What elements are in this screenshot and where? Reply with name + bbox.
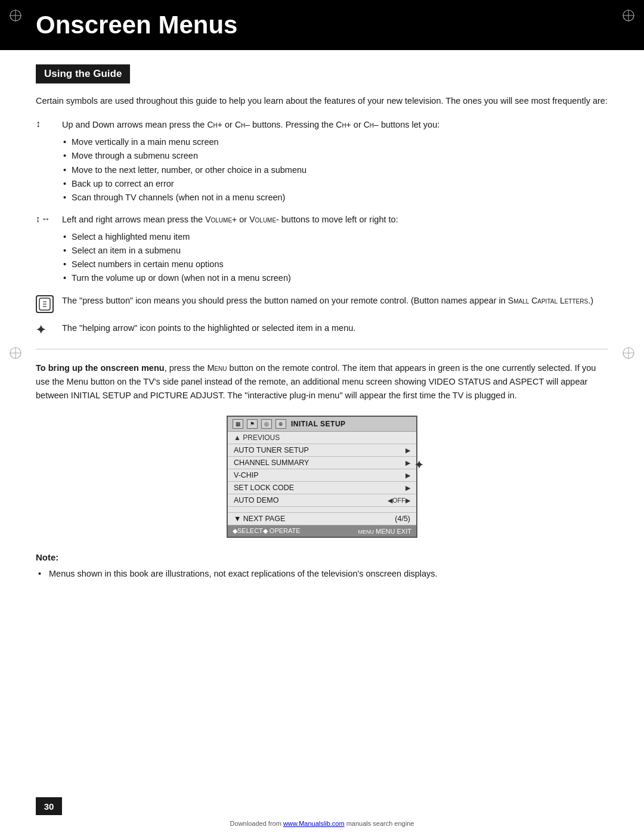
- menu-exit-text: MENU EXIT: [376, 528, 411, 535]
- press-button-item: The "press button" icon means you should…: [36, 294, 608, 313]
- bullet-item: Select numbers in certain menu options: [63, 258, 608, 271]
- note-bullets: Menus shown in this book are illustratio…: [38, 567, 608, 581]
- helping-arrow-icon: ✦: [36, 321, 62, 337]
- footer-suffix: manuals search engine: [345, 820, 414, 827]
- note-heading: Note:: [36, 552, 608, 562]
- leftright-arrow-item: ↕ ↔ Left and right arrows mean press the…: [36, 213, 608, 285]
- reg-mark-top-right: [621, 8, 636, 23]
- menu-row-previous-label: ▲ PREVIOUS: [234, 433, 280, 442]
- bullet-item: Select a highlighted menu item: [63, 230, 608, 244]
- reg-mark-mid-right: [621, 346, 636, 360]
- bullet-item: Turn the volume up or down (when not in …: [63, 271, 608, 285]
- leftright-subbullets: Select a highlighted menu item Select an…: [63, 230, 608, 286]
- menu-label: MENU: [358, 529, 374, 535]
- helping-arrow-menu-overlay: ✦: [414, 459, 423, 472]
- footer-link[interactable]: www.Manualslib.com: [283, 820, 345, 827]
- menu-title-text: INITIAL SETUP: [291, 420, 346, 428]
- note-bullet-item: Menus shown in this book are illustratio…: [38, 567, 608, 581]
- menu-row-auto-demo-label: AUTO DEMO: [234, 496, 278, 504]
- menu-row-channel-summary: CHANNEL SUMMARY ▶: [228, 457, 416, 469]
- menu-icon-tv: ▦: [233, 419, 243, 429]
- helping-arrow-item: ✦ The "helping arrow" icon points to the…: [36, 321, 608, 337]
- menu-row-set-lock-code: SET LOCK CODE ▶: [228, 482, 416, 494]
- menu-row-next-page-label: ▼ NEXT PAGE: [234, 515, 285, 523]
- hand-icon: [36, 295, 54, 313]
- helping-arrow-text: The "helping arrow" icon points to the h…: [62, 321, 608, 335]
- content-area: Certain symbols are used throughout this…: [0, 94, 644, 581]
- menu-title-bar: ▦ ⚑ ◎ ⊕ INITIAL SETUP: [228, 417, 416, 432]
- icon-list: ↕ Up and Down arrows mean press the Ch+ …: [36, 118, 608, 336]
- page-footer: Downloaded from www.Manualslib.com manua…: [0, 820, 644, 827]
- bullet-item: Scan through TV channels (when not in a …: [63, 191, 608, 205]
- bullet-item: Move to the next letter, number, or othe…: [63, 163, 608, 177]
- menu-bottom-bar: ◆SELECT◆ OPERATE MENU MENU EXIT: [228, 525, 416, 537]
- section-heading: Using the Guide: [36, 64, 130, 83]
- reg-mark-top-left: [8, 8, 23, 23]
- body-para-bold: To bring up the onscreen menu: [36, 363, 165, 373]
- updown-subbullets: Move vertically in a main menu screen Mo…: [63, 135, 608, 205]
- menu-screenshot-wrapper: ▦ ⚑ ◎ ⊕ INITIAL SETUP ▲ PREVIOUS AUTO TU…: [36, 416, 608, 538]
- menu-row-next-page: ▼ NEXT PAGE (4/5): [228, 513, 416, 525]
- menu-icon-plus: ⊕: [275, 419, 286, 429]
- menu-row-vchip-label: V-CHIP: [234, 471, 259, 479]
- menu-row-auto-demo-value: ◀OFF▶: [388, 497, 410, 504]
- press-button-icon: [36, 294, 62, 313]
- menu-title-icons: ▦ ⚑ ◎ ⊕: [233, 419, 286, 429]
- menu-bottom-right-text: MENU MENU EXIT: [358, 528, 411, 535]
- body-paragraph: To bring up the onscreen menu, press the…: [36, 361, 608, 403]
- menu-spacer: [228, 507, 416, 513]
- page-header: Onscreen Menus: [0, 0, 644, 50]
- bullet-item: Move through a submenu screen: [63, 149, 608, 163]
- menu-icon-flag: ⚑: [247, 419, 258, 429]
- menu-row-vchip-arrow: ▶: [405, 472, 410, 479]
- reg-mark-mid-left: [8, 346, 23, 360]
- menu-bottom-left-text: ◆SELECT◆ OPERATE: [233, 527, 301, 535]
- menu-row-auto-tuner: AUTO TUNER SETUP ▶: [228, 444, 416, 457]
- separator: [36, 349, 608, 349]
- menu-row-auto-tuner-arrow: ▶: [405, 447, 410, 454]
- note-section: Note: Menus shown in this book are illus…: [36, 552, 608, 581]
- updown-arrow-item: ↕ Up and Down arrows mean press the Ch+ …: [36, 118, 608, 205]
- page-number: 30: [44, 801, 54, 812]
- leftright-arrow-icon: ↕ ↔: [36, 213, 62, 224]
- press-button-text: The "press button" icon means you should…: [62, 294, 608, 308]
- menu-row-channel-summary-arrow: ▶: [405, 459, 410, 467]
- menu-screenshot: ▦ ⚑ ◎ ⊕ INITIAL SETUP ▲ PREVIOUS AUTO TU…: [227, 416, 417, 538]
- updown-arrow-icon: ↕: [36, 118, 62, 129]
- menu-row-set-lock-code-arrow: ▶: [405, 484, 410, 492]
- page-title: Onscreen Menus: [36, 11, 608, 39]
- bullet-item: Move vertically in a main menu screen: [63, 135, 608, 149]
- page-number-box: 30: [36, 797, 62, 815]
- leftright-arrow-text: Left and right arrows mean press the Vol…: [62, 213, 608, 285]
- bullet-item: Select an item in a submenu: [63, 244, 608, 258]
- menu-row-auto-demo: AUTO DEMO ◀OFF▶: [228, 494, 416, 507]
- menu-row-next-page-num: (4/5): [395, 515, 410, 523]
- bullet-item: Back up to correct an error: [63, 177, 608, 191]
- menu-row-channel-summary-label: CHANNEL SUMMARY: [234, 459, 309, 467]
- menu-icon-circle: ◎: [261, 419, 272, 429]
- intro-paragraph: Certain symbols are used throughout this…: [36, 94, 608, 107]
- menu-row-set-lock-code-label: SET LOCK CODE: [234, 484, 294, 492]
- updown-arrow-text: Up and Down arrows mean press the Ch+ or…: [62, 118, 608, 205]
- page-container: Onscreen Menus Using the Guide Certain s…: [0, 0, 644, 833]
- menu-row-auto-tuner-label: AUTO TUNER SETUP: [234, 446, 309, 454]
- menu-row-vchip: V-CHIP ▶: [228, 469, 416, 482]
- footer-prefix: Downloaded from: [230, 820, 283, 827]
- menu-row-previous: ▲ PREVIOUS: [228, 432, 416, 444]
